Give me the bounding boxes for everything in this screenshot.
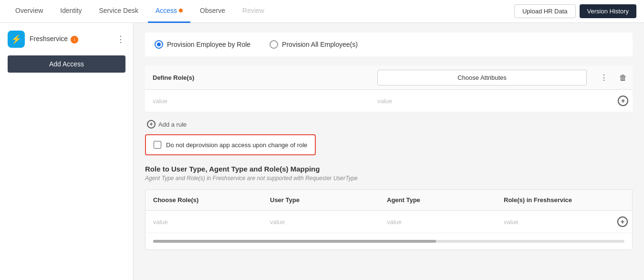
mapping-add-button[interactable]: + [617, 216, 628, 227]
add-row-cell: + [613, 90, 633, 112]
more-options-cell: ⋮ [594, 66, 613, 89]
mapping-table: Choose Role(s) User Type Agent Type Role… [145, 189, 633, 250]
define-roles-value: value [145, 90, 370, 112]
tab-access[interactable]: Access [148, 0, 190, 23]
mapping-table-row: value value value value + [145, 211, 632, 233]
provision-by-role-label: Provision Employee by Role [167, 41, 250, 48]
tab-review[interactable]: Review [235, 0, 272, 23]
choose-roles-value: value [145, 211, 262, 233]
more-options-button[interactable]: ⋮ [600, 73, 608, 82]
choose-attributes-button[interactable]: Choose Attributes [377, 70, 587, 86]
mapping-title: Role to User Type, Agent Type and Role(s… [145, 165, 633, 173]
tab-identity[interactable]: Identity [52, 0, 89, 23]
add-row-button[interactable]: + [618, 96, 628, 106]
deprovision-checkbox[interactable] [154, 141, 161, 149]
agent-type-value: value [379, 211, 496, 233]
add-rule-button[interactable]: + Add a rule [145, 120, 633, 129]
app-menu-button[interactable]: ⋮ [116, 34, 125, 44]
tab-overview[interactable]: Overview [8, 0, 51, 23]
define-roles-header: Define Role(s) [145, 66, 370, 89]
user-type-header: User Type [262, 190, 379, 210]
provision-by-role-option[interactable]: Provision Employee by Role [155, 40, 250, 49]
mapping-add-cell: + [613, 211, 632, 233]
app-header: ⚡ Freshservice i ⋮ [8, 31, 125, 48]
nav-actions: Upload HR Data Version History [514, 4, 636, 18]
provision-section: Provision Employee by Role Provision All… [145, 32, 633, 56]
horizontal-scrollbar[interactable] [153, 240, 624, 243]
agent-type-header: Agent Type [379, 190, 496, 210]
roles-freshservice-value: value [496, 211, 613, 233]
tab-service-desk[interactable]: Service Desk [92, 0, 146, 23]
mapping-section: Role to User Type, Agent Type and Role(s… [145, 165, 633, 250]
version-history-button[interactable]: Version History [580, 4, 636, 18]
access-badge [179, 9, 183, 12]
tab-observe[interactable]: Observe [192, 0, 233, 23]
delete-button[interactable]: 🗑 [619, 74, 627, 82]
app-info-badge: i [71, 36, 78, 43]
add-rule-icon: + [147, 120, 156, 129]
nav-tabs: Overview Identity Service Desk Access Ob… [8, 0, 514, 23]
role-table-row: value value + [145, 90, 633, 112]
provision-all-option[interactable]: Provision All Employee(s) [270, 40, 358, 49]
choose-attributes-cell: Choose Attributes [370, 66, 594, 89]
scrollbar-thumb[interactable] [153, 240, 436, 243]
role-table-header: Define Role(s) Choose Attributes ⋮ 🗑 [145, 66, 633, 90]
deprovision-checkbox-label: Do not deprovision app access upon chang… [166, 141, 307, 149]
scroll-bar-container [145, 233, 632, 249]
roles-in-freshservice-header: Role(s) in Freshservice [496, 190, 613, 210]
add-rule-label: Add a rule [158, 121, 187, 128]
provision-by-role-radio[interactable] [155, 40, 163, 49]
main-content: Provision Employee by Role Provision All… [134, 23, 644, 280]
provision-all-label: Provision All Employee(s) [282, 41, 358, 48]
delete-cell: 🗑 [613, 66, 633, 89]
app-icon: ⚡ [8, 31, 25, 48]
choose-attr-value: value [370, 90, 594, 112]
provision-all-radio[interactable] [270, 40, 278, 49]
choose-roles-header: Choose Role(s) [145, 190, 262, 210]
page-layout: ⚡ Freshservice i ⋮ Add Access Provision … [0, 23, 644, 280]
mapping-table-header: Choose Role(s) User Type Agent Type Role… [145, 190, 632, 211]
top-navigation: Overview Identity Service Desk Access Ob… [0, 0, 644, 23]
sidebar: ⚡ Freshservice i ⋮ Add Access [0, 23, 134, 280]
add-access-button[interactable]: Add Access [8, 55, 125, 73]
mapping-subtitle: Agent Type and Role(s) in Freshservice a… [145, 175, 633, 182]
deprovision-checkbox-row[interactable]: Do not deprovision app access upon chang… [145, 134, 316, 155]
app-name: Freshservice i [30, 35, 112, 43]
role-table: Define Role(s) Choose Attributes ⋮ 🗑 val… [145, 66, 633, 112]
upload-hr-data-button[interactable]: Upload HR Data [514, 4, 576, 18]
user-type-value: value [262, 211, 379, 233]
